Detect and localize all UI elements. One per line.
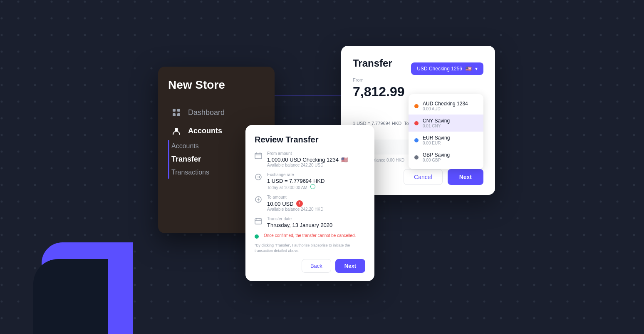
review-from-row: From amount 1,000.00 USD Checking 1234 🇺… bbox=[255, 151, 365, 167]
eur-dot bbox=[414, 138, 419, 142]
to-amount-field: To amount 10.00 USD ! Available balance … bbox=[267, 195, 323, 212]
accounts-parent-label: Accounts bbox=[188, 127, 222, 135]
cny-balance: 0.01 CNY bbox=[423, 124, 478, 128]
account-select-button[interactable]: USD Checking 1256 🇺🇸 ▾ bbox=[411, 62, 483, 75]
svg-rect-3 bbox=[177, 109, 180, 112]
account-dropdown: AUD Checking 1234 0.00 AUD CNY Saving 0.… bbox=[409, 94, 483, 169]
date-value: Thrusday, 13 January 2020 bbox=[267, 222, 332, 228]
date-label: Transfer date bbox=[267, 217, 332, 221]
dropdown-item-gbp[interactable]: GBP Saving 0.00 GBP bbox=[409, 149, 483, 166]
refresh-small-icon bbox=[310, 184, 315, 189]
review-to-row: To amount 10.00 USD ! Available balance … bbox=[255, 195, 365, 212]
dashboard-label: Dashboard bbox=[188, 108, 225, 117]
next-button[interactable]: Next bbox=[448, 169, 483, 185]
from-amount-field: From amount 1,000.00 USD Checking 1234 🇺… bbox=[267, 151, 348, 167]
sidebar-title: New Store bbox=[168, 78, 265, 92]
active-indicator bbox=[168, 140, 169, 179]
dropdown-item-aud[interactable]: AUD Checking 1234 0.00 AUD bbox=[409, 97, 483, 115]
transactions-label: Transactions bbox=[171, 169, 209, 176]
cancel-button[interactable]: Cancel bbox=[404, 169, 443, 185]
review-exchange-row: Exchange rate 1 USD = 7.779694 HKD Today… bbox=[255, 172, 365, 190]
svg-point-6 bbox=[175, 128, 178, 131]
svg-rect-7 bbox=[255, 153, 262, 159]
grid-icon bbox=[171, 107, 181, 117]
svg-rect-13 bbox=[255, 219, 262, 224]
svg-rect-2 bbox=[173, 109, 176, 112]
authorize-text: *By clicking 'Transfer', I authorize bla… bbox=[255, 243, 365, 253]
once-confirmed-text: Once confirmed, the transfer cannot be c… bbox=[264, 233, 356, 238]
us-flag-icon: 🇺🇸 bbox=[466, 66, 472, 72]
sidebar-item-dashboard[interactable]: Dashboard bbox=[168, 103, 265, 122]
aud-dot bbox=[414, 104, 419, 108]
date-field: Transfer date Thrusday, 13 January 2020 bbox=[267, 217, 332, 228]
once-field: Once confirmed, the transfer cannot be c… bbox=[264, 233, 356, 240]
review-card: Review Transfer From amount 1,000.00 USD… bbox=[245, 125, 374, 281]
gbp-name: GBP Saving bbox=[423, 152, 478, 158]
to-available: Available balance 242.20 HKD bbox=[267, 207, 323, 212]
review-actions: Back Next bbox=[255, 259, 365, 273]
from-label: From bbox=[353, 77, 483, 82]
next-review-button[interactable]: Next bbox=[335, 259, 365, 273]
cny-dot bbox=[414, 121, 419, 125]
check-dot bbox=[255, 234, 259, 239]
dropdown-item-cny[interactable]: CNY Saving 0.01 CNY bbox=[409, 115, 483, 132]
aud-name: AUD Checking 1234 bbox=[423, 101, 478, 107]
aud-balance: 0.00 AUD bbox=[423, 107, 478, 111]
date-icon bbox=[255, 217, 262, 225]
us-flag-small: 🇺🇸 bbox=[341, 157, 348, 163]
dropdown-item-eur[interactable]: EUR Saving 0.00 EUR bbox=[409, 132, 483, 149]
transfer-label: Transfer bbox=[171, 155, 201, 163]
review-title: Review Transfer bbox=[255, 135, 365, 145]
exchange-rate-label: Exchange rate bbox=[267, 172, 324, 177]
review-date-row: Transfer date Thrusday, 13 January 2020 bbox=[255, 217, 365, 228]
eur-name: EUR Saving bbox=[423, 135, 478, 141]
exchange-time-val: Today at 10:00:00 AM bbox=[267, 184, 324, 190]
user-icon bbox=[171, 126, 181, 136]
eur-balance: 0.00 EUR bbox=[423, 141, 478, 145]
from-available: Available balance 242.20 USD bbox=[267, 163, 348, 167]
chevron-down-icon: ▾ bbox=[475, 66, 478, 72]
exchange-rate-val: 1 USD = 7.779694 HKD bbox=[267, 178, 324, 184]
exchange-icon bbox=[255, 173, 262, 181]
warning-icon: ! bbox=[296, 200, 303, 207]
svg-rect-5 bbox=[177, 113, 180, 116]
calendar-icon bbox=[255, 152, 262, 160]
cny-name: CNY Saving bbox=[423, 118, 478, 124]
from-amount-value: 1,000.00 USD Checking 1234 🇺🇸 bbox=[267, 157, 348, 163]
gbp-balance: 0.00 GBP bbox=[423, 158, 478, 162]
from-amount-label: From amount bbox=[267, 151, 348, 156]
to-icon bbox=[255, 196, 262, 203]
to-amount-label: To amount bbox=[267, 195, 323, 199]
review-once-row: Once confirmed, the transfer cannot be c… bbox=[255, 233, 365, 240]
accounts-sub-label: Accounts bbox=[171, 142, 199, 150]
selected-account-label: USD Checking 1256 bbox=[417, 66, 462, 72]
gbp-dot bbox=[414, 155, 419, 160]
to-amount-val: 10.00 USD ! bbox=[267, 200, 323, 207]
black-decorative-shape bbox=[33, 259, 108, 334]
svg-rect-4 bbox=[173, 113, 176, 116]
back-button[interactable]: Back bbox=[302, 259, 331, 273]
exchange-field: Exchange rate 1 USD = 7.779694 HKD Today… bbox=[267, 172, 324, 190]
